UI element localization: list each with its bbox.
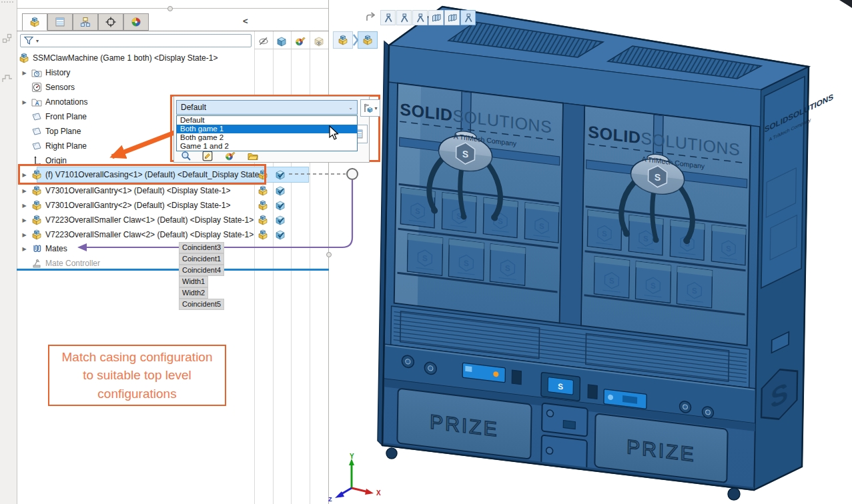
configuration-flag-button[interactable]: ▾ xyxy=(360,99,380,117)
assembly-structure-icon[interactable] xyxy=(2,33,13,44)
tree-item-top-plane[interactable]: ▶ Top Plane xyxy=(21,124,81,139)
mate-button[interactable] xyxy=(396,10,412,25)
planes-icon xyxy=(431,13,442,23)
machine-front-face: SOLIDSOLUTIONS A TriMech Company SOLIDSO… xyxy=(382,45,761,490)
tree-item-history[interactable]: ▶ History xyxy=(21,65,70,80)
annotations-folder-icon xyxy=(31,97,42,107)
display-mode-cube-icon[interactable] xyxy=(275,200,286,211)
mate-callout[interactable]: Width1 xyxy=(179,276,208,287)
panel-border-handle[interactable] xyxy=(326,252,332,257)
expand-arrow[interactable]: ▶ xyxy=(21,232,28,238)
dimxpertmanager-tab[interactable] xyxy=(98,13,123,31)
configurationmanager-tab[interactable] xyxy=(73,13,98,31)
planes-button[interactable] xyxy=(428,10,444,25)
plane-icon xyxy=(31,126,42,137)
tree-item-smaller-claw-2[interactable]: ▶ V7223OverallSmaller Claw<2> (Default) … xyxy=(21,227,254,242)
mate-button[interactable] xyxy=(380,10,396,25)
mate-icon xyxy=(463,13,474,23)
tree-item-sensors[interactable]: ▶ Sensors xyxy=(21,80,75,95)
chevron-down-icon[interactable]: ⌄ xyxy=(348,105,353,111)
center-mullion xyxy=(560,103,584,326)
tree-item-front-plane[interactable]: ▶ Front Plane xyxy=(21,109,87,124)
configuration-icon xyxy=(80,17,91,27)
display-mode-cube-icon[interactable] xyxy=(275,169,286,180)
mate-callout[interactable]: Coincident1 xyxy=(179,253,224,265)
displaymanager-tab[interactable] xyxy=(123,13,149,31)
expand-arrow[interactable]: ▶ xyxy=(21,99,28,105)
expand-arrow[interactable]: ▶ xyxy=(21,246,28,252)
tree-item-mates[interactable]: ▶ Mates xyxy=(21,241,67,256)
assembly-icon xyxy=(338,35,348,45)
mate-controller-icon xyxy=(31,258,42,269)
chevron-down-icon[interactable]: ▾ xyxy=(374,105,377,111)
tree-item-overall-gantry-2[interactable]: ▶ V7301OverallGantry<2> (Default) <Displ… xyxy=(21,198,230,213)
tree-item-smaller-claw-1[interactable]: ▶ V7223OverallSmaller Claw<1> (Default) … xyxy=(21,213,254,227)
caster-wheel xyxy=(386,448,397,459)
appearance-ball-icon[interactable] xyxy=(295,36,306,47)
configuration-flag-icon xyxy=(363,103,374,113)
component-icon[interactable] xyxy=(258,229,268,240)
panel-splitter[interactable] xyxy=(17,8,329,9)
component-icon[interactable] xyxy=(258,200,268,211)
mate-callout[interactable]: Coincident3 xyxy=(179,242,224,253)
planes-icon xyxy=(447,13,458,23)
breadcrumb-component[interactable] xyxy=(358,31,378,49)
component-icon[interactable] xyxy=(258,185,268,196)
mouse-cursor xyxy=(328,125,342,141)
plane-icon xyxy=(31,141,42,151)
mate-button-active[interactable] xyxy=(460,10,476,25)
tree-item-right-plane[interactable]: ▶ Right Plane xyxy=(21,139,87,153)
transparency-cube-icon[interactable] xyxy=(314,36,324,47)
display-mode-cube-icon[interactable] xyxy=(275,185,286,196)
breadcrumb-assembly[interactable] xyxy=(333,31,353,49)
left-glass-window: SOLIDSOLUTIONS A TriMech Company xyxy=(394,83,563,323)
filter-funnel-icon xyxy=(23,35,34,46)
lock xyxy=(546,447,552,454)
expand-arrow[interactable]: ▶ xyxy=(21,217,28,223)
assembly-icon xyxy=(19,53,29,63)
appearance-icon[interactable] xyxy=(225,151,236,161)
tree-item-mate-controller[interactable]: ▶ Mate Controller xyxy=(21,256,100,271)
hide-show-eye-icon[interactable] xyxy=(258,36,269,47)
target-icon xyxy=(105,17,116,27)
component-icon[interactable] xyxy=(258,215,268,225)
filter-dropdown-caret[interactable]: ▾ xyxy=(36,38,39,44)
splitter-handle[interactable] xyxy=(167,6,173,11)
mate-callout[interactable]: Width2 xyxy=(179,287,208,299)
mate-icon xyxy=(415,13,426,23)
escape-arrow-icon[interactable] xyxy=(365,11,376,22)
config-option-game-1-and-2[interactable]: Game 1 and 2 xyxy=(177,142,357,151)
mate-callout[interactable]: Coincident4 xyxy=(179,265,224,276)
collapsed-side-toolbar[interactable] xyxy=(0,0,17,504)
edit-sketch-icon[interactable] xyxy=(202,151,213,161)
expand-arrow[interactable]: ▶ xyxy=(21,188,28,194)
tree-item-overall-gantry-1[interactable]: ▶ V7301OverallGantry<1> (Default) <Displ… xyxy=(21,183,230,198)
mates-paperclip-icon xyxy=(31,243,42,254)
card-reader xyxy=(563,420,575,429)
expand-arrow[interactable]: ▶ xyxy=(21,70,28,76)
display-mode-cube-icon[interactable] xyxy=(275,215,286,225)
featuremanager-tab[interactable] xyxy=(22,13,47,31)
planes-button[interactable] xyxy=(444,10,460,25)
sketch-step-icon[interactable] xyxy=(2,73,13,84)
config-option-default[interactable]: Default xyxy=(177,116,357,125)
open-folder-icon[interactable] xyxy=(248,151,258,161)
collapse-panel-arrow[interactable]: < xyxy=(243,16,248,26)
mate-callout[interactable]: Coincident5 xyxy=(179,299,224,310)
tree-item-annotations[interactable]: ▶ Annotations xyxy=(21,95,87,109)
expand-arrow[interactable]: ▶ xyxy=(21,203,28,209)
mate-icon xyxy=(383,13,394,23)
configuration-combobox[interactable]: Default ⌄ xyxy=(176,100,358,115)
breadcrumb-chevron-icon xyxy=(352,33,359,47)
tree-filter-input[interactable]: ▾ xyxy=(20,34,252,47)
mate-button[interactable] xyxy=(412,10,428,25)
zoom-to-selection-icon[interactable] xyxy=(181,151,191,161)
component-icon xyxy=(31,185,42,196)
mate-icon xyxy=(399,13,410,23)
component-icon xyxy=(31,229,42,240)
display-mode-cube-icon[interactable] xyxy=(276,36,287,47)
tree-root-assembly[interactable]: SSMClawMachine (Game 1 both) <Display St… xyxy=(19,51,218,65)
claw-machine-3d-model[interactable]: S S SOLIDSOLUTIONS A TriMech Company S xyxy=(328,0,852,504)
display-mode-cube-icon[interactable] xyxy=(275,229,286,240)
propertymanager-tab[interactable] xyxy=(47,13,73,31)
